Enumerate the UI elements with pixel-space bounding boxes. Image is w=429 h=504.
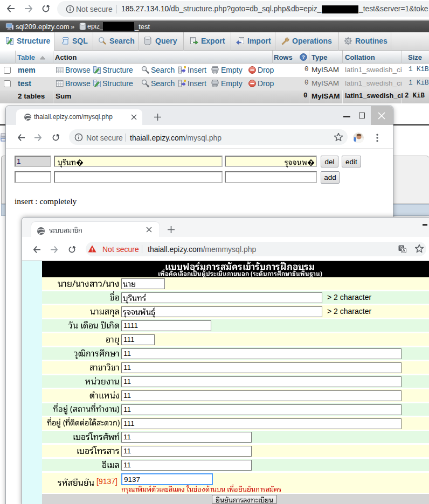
svg-text:?: ? [302,54,305,60]
